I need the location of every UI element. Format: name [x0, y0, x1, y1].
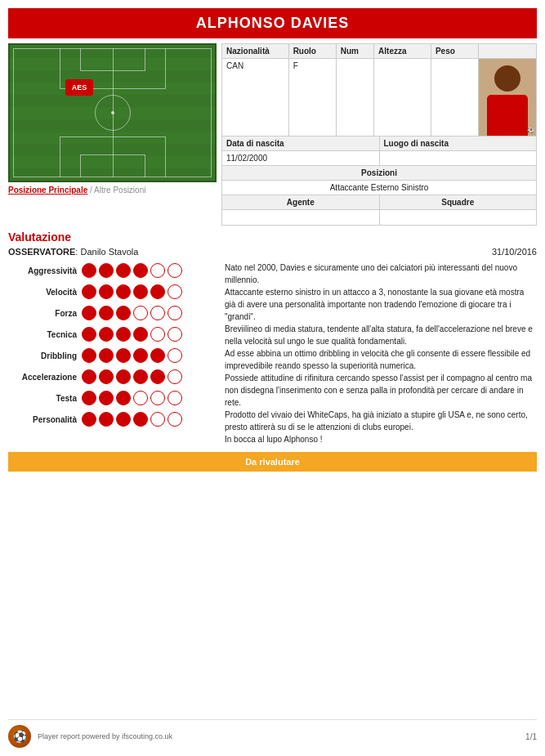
dot-filled: [99, 369, 114, 384]
dot-empty: [133, 391, 148, 405]
dot-filled: [99, 284, 114, 299]
dot-empty: [150, 306, 165, 320]
rating-row: Accelerazione: [8, 368, 217, 386]
rating-label: Personalità: [8, 415, 82, 424]
dot-filled: [133, 327, 148, 342]
dot-empty: [168, 391, 182, 405]
rating-row: Testa: [8, 389, 217, 407]
dot-empty: [133, 306, 148, 320]
rating-dots: [82, 306, 182, 320]
label-squadre: Squadre: [380, 195, 537, 209]
info-panel: Nazionalità Ruolo Num Altezza Peso CAN F: [221, 43, 537, 226]
rating-row: Personalità: [8, 410, 217, 428]
dot-filled: [99, 327, 114, 342]
page: ALPHONSO DAVIES AES Posizione Principale…: [0, 0, 545, 756]
dot-filled: [82, 391, 96, 405]
description-text: Nato nel 2000, Davies e sicuramente uno …: [225, 262, 537, 445]
photo-head: [494, 65, 520, 92]
field-container: AES Posizione Principale / Altre Posizio…: [8, 43, 217, 226]
dot-filled: [99, 412, 114, 427]
dot-empty: [168, 263, 182, 278]
dot-filled: [82, 263, 96, 278]
rating-dots: [82, 284, 182, 299]
dot-empty: [168, 348, 182, 363]
dot-filled: [150, 369, 165, 384]
value-height: [374, 59, 431, 136]
powered-by: Player report powered by ifscouting.co.u…: [38, 732, 172, 740]
dot-empty: [168, 369, 182, 384]
dot-filled: [133, 369, 148, 384]
dot-filled: [116, 412, 131, 427]
position-label: Posizione Principale / Altre Posizioni: [8, 186, 217, 195]
dot-empty: [150, 391, 165, 405]
value-nationality: CAN: [222, 59, 289, 136]
rating-row: Velocità: [8, 283, 217, 301]
rating-table: AggressivitàVelocitàForzaTecnicaDribblin…: [8, 262, 217, 445]
value-position-main: Attaccante Esterno Sinistro: [221, 180, 537, 195]
value-birth-place: [380, 151, 537, 165]
rating-label: Aggressività: [8, 266, 82, 275]
dot-empty: [168, 412, 182, 427]
rating-label: Velocità: [8, 288, 82, 297]
dot-filled: [99, 306, 114, 320]
dot-filled: [82, 412, 96, 427]
dot-filled: [116, 348, 131, 363]
rating-dots: [82, 369, 182, 384]
label-birth-place: Luogo di nascita: [380, 136, 537, 150]
value-agente: [222, 210, 380, 225]
dot-filled: [133, 284, 148, 299]
label-peso: Peso: [431, 44, 479, 58]
dot-empty: [168, 327, 182, 342]
shirt-badge: ⚽: [527, 127, 534, 134]
rating-row: Tecnica: [8, 325, 217, 343]
label-nazionalita: Nazionalità: [222, 44, 289, 58]
value-squadre: [380, 210, 537, 225]
rating-label: Forza: [8, 309, 82, 318]
footer-logo: ⚽ Player report powered by ifscouting.co…: [8, 725, 172, 748]
rating-label: Accelerazione: [8, 373, 82, 382]
dot-filled: [116, 284, 131, 299]
label-agente: Agente: [222, 195, 380, 209]
footer: ⚽ Player report powered by ifscouting.co…: [8, 719, 537, 748]
rating-dots: [82, 263, 182, 278]
valutazione-title: Valutazione: [8, 230, 537, 244]
rivalutare-button[interactable]: Da rivalutare: [8, 452, 537, 472]
rating-label: Tecnica: [8, 330, 82, 339]
observer-label: OSSERVATORE: [8, 247, 75, 257]
rating-row: Aggressività: [8, 262, 217, 280]
rating-dots: [82, 391, 182, 405]
label-posizioni: Posizioni: [221, 165, 537, 180]
dot-filled: [150, 284, 165, 299]
player-position-marker: AES: [65, 79, 93, 96]
dot-filled: [99, 348, 114, 363]
dot-filled: [116, 369, 131, 384]
dot-empty: [150, 412, 165, 427]
soccer-field: AES: [8, 43, 217, 182]
penalty-box-bottom: [60, 136, 166, 177]
dot-empty: [168, 306, 182, 320]
dot-filled: [116, 306, 131, 320]
photo-shirt: [487, 95, 528, 136]
center-dot: [111, 111, 114, 114]
dot-empty: [168, 284, 182, 299]
dot-filled: [116, 327, 131, 342]
rating-row: Forza: [8, 304, 217, 322]
rating-row: Dribbling: [8, 347, 217, 365]
rating-label: Dribbling: [8, 351, 82, 360]
label-num: Num: [337, 44, 374, 58]
dot-filled: [150, 348, 165, 363]
page-number: 1/1: [525, 732, 537, 741]
top-section: AES Posizione Principale / Altre Posizio…: [8, 43, 537, 226]
dot-filled: [133, 263, 148, 278]
report-date: 31/10/2016: [492, 247, 537, 257]
dot-filled: [82, 369, 96, 384]
label-ruolo: Ruolo: [289, 44, 337, 58]
logo-icon: ⚽: [8, 725, 31, 748]
label-birth-date: Data di nascita: [222, 136, 380, 150]
dot-filled: [116, 263, 131, 278]
dot-filled: [82, 306, 96, 320]
dot-filled: [82, 327, 96, 342]
value-role: F: [289, 59, 337, 136]
dot-filled: [133, 412, 148, 427]
dot-filled: [99, 263, 114, 278]
